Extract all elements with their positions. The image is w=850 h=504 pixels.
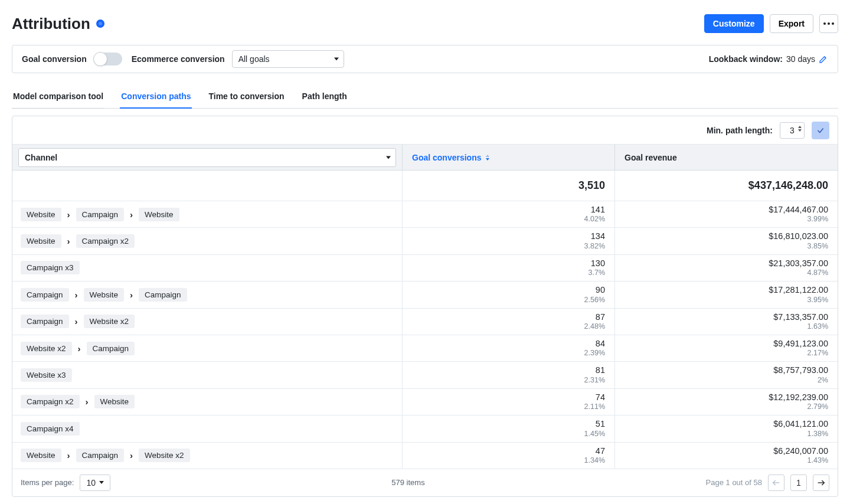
min-path-length-value: 3 [790, 126, 795, 135]
spinner-icon [798, 126, 802, 132]
chevron-right-icon: › [78, 343, 81, 354]
path-cell: Campaign›Website›Campaign [12, 282, 402, 307]
conv-pct: 1.45% [584, 430, 605, 438]
rev-value: $17,281,122.00 [769, 285, 828, 295]
path-chip: Campaign x3 [21, 261, 80, 274]
revenue-cell: $6,041,121.001.38% [614, 415, 838, 441]
conversions-cell: 812.31% [402, 362, 614, 388]
tab-conversion-paths[interactable]: Conversion paths [120, 91, 192, 108]
chevron-right-icon: › [130, 290, 133, 300]
tab-model-comparison[interactable]: Model comparison tool [12, 91, 104, 108]
rev-value: $21,303,357.00 [769, 258, 828, 269]
filter-bar: Goal conversion Ecommerce conversion All… [12, 45, 838, 73]
conv-pct: 4.02% [584, 215, 605, 224]
tab-time-to-conversion[interactable]: Time to conversion [207, 91, 285, 108]
edit-icon[interactable] [819, 54, 828, 64]
col-header-revenue-label: Goal revenue [625, 153, 677, 162]
rev-value: $6,240,007.00 [773, 446, 828, 456]
table-row: Website›Campaign x21343.82%$16,810,023.0… [12, 228, 838, 254]
table-row: Campaign›Website›Campaign902.56%$17,281,… [12, 282, 838, 308]
lookback-label: Lookback window: [709, 54, 783, 64]
items-per-page-select[interactable]: 10 [80, 474, 110, 491]
chevron-down-icon [334, 58, 339, 61]
info-badge-icon [96, 19, 104, 28]
path-chip: Campaign x2 [76, 234, 135, 248]
channel-column-select[interactable]: Channel [18, 148, 396, 167]
path-cell: Campaign›Website x2 [12, 309, 402, 335]
conv-pct: 1.34% [584, 456, 605, 465]
conv-pct: 2.48% [584, 322, 605, 331]
path-chip: Website [84, 288, 125, 302]
conversions-cell: 872.48% [402, 309, 614, 335]
table-row: Campaign x4511.45%$6,041,121.001.38% [12, 415, 838, 442]
path-cell: Website›Campaign›Website [12, 201, 402, 227]
next-page-button[interactable] [813, 474, 829, 491]
chevron-right-icon: › [67, 450, 70, 460]
table-row: Website x2›Campaign842.39%$9,491,123.002… [12, 335, 838, 362]
conversions-cell: 1414.02% [402, 201, 614, 227]
revenue-cell: $17,444,467.003.99% [614, 201, 838, 227]
path-chip: Website x2 [21, 342, 72, 355]
rev-pct: 3.99% [808, 215, 828, 224]
path-cell: Website›Campaign x2 [12, 228, 402, 254]
rev-pct: 1.63% [808, 322, 828, 331]
total-conversions: 3,510 [402, 171, 614, 201]
table-row: Website›Campaign›Website x2471.34%$6,240… [12, 443, 838, 469]
rev-value: $6,041,121.00 [773, 419, 828, 429]
rev-value: $8,757,793.00 [773, 365, 828, 375]
rev-value: $17,444,467.00 [769, 205, 828, 215]
path-chip: Campaign [21, 315, 69, 328]
prev-page-button[interactable] [768, 474, 784, 491]
conv-value: 87 [596, 312, 605, 322]
conversions-cell: 842.39% [402, 335, 614, 361]
tab-path-length[interactable]: Path length [301, 91, 348, 108]
rev-pct: 1.38% [808, 430, 828, 438]
results-panel: Min. path length: 3 Channel Goal convers… [12, 116, 838, 497]
lookback-window: Lookback window: 30 days [709, 54, 828, 64]
path-chip: Website [94, 395, 135, 408]
conversions-cell: 471.34% [402, 443, 614, 469]
customize-button[interactable]: Customize [704, 14, 764, 33]
current-page-value: 1 [796, 478, 801, 487]
conversion-toggle[interactable] [94, 53, 122, 66]
page-title: Attribution [12, 15, 90, 33]
table-row: Campaign x2›Website742.11%$12,192,239.00… [12, 389, 838, 415]
conv-value: 134 [591, 231, 605, 241]
conversions-cell: 902.56% [402, 282, 614, 307]
apply-min-path-button[interactable] [812, 122, 829, 139]
rev-pct: 3.85% [808, 242, 828, 251]
col-header-revenue[interactable]: Goal revenue [614, 145, 838, 171]
revenue-cell: $9,491,123.002.17% [614, 335, 838, 361]
path-chip: Campaign [76, 449, 125, 462]
path-cell: Website x3 [12, 362, 402, 388]
chevron-right-icon: › [67, 236, 70, 246]
conv-value: 51 [596, 419, 605, 429]
rev-pct: 2% [818, 376, 828, 385]
path-cell: Campaign x2›Website [12, 389, 402, 415]
table-row: Website›Campaign›Website1414.02%$17,444,… [12, 201, 838, 228]
conv-value: 90 [596, 285, 605, 295]
path-chip: Campaign x4 [21, 422, 80, 436]
rev-pct: 4.87% [808, 269, 828, 277]
sort-icon [486, 155, 489, 161]
goals-select[interactable]: All goals [232, 50, 344, 68]
rev-value: $16,810,023.00 [769, 231, 828, 241]
conv-value: 141 [591, 205, 605, 215]
rev-value: $9,491,123.00 [773, 339, 828, 349]
check-icon [816, 126, 825, 135]
path-cell: Website›Campaign›Website x2 [12, 443, 402, 469]
path-chip: Campaign x2 [21, 395, 80, 408]
more-menu-button[interactable] [819, 14, 838, 33]
min-path-length-input[interactable]: 3 [780, 122, 805, 139]
items-count: 579 items [110, 478, 705, 487]
export-button[interactable]: Export [770, 14, 813, 33]
lookback-value: 30 days [786, 54, 815, 64]
path-chip: Campaign [21, 288, 69, 302]
current-page-input[interactable]: 1 [790, 474, 807, 491]
revenue-cell: $12,192,239.002.79% [614, 389, 838, 415]
goal-conversion-label: Goal conversion [22, 54, 87, 64]
col-header-conversions[interactable]: Goal conversions [402, 145, 614, 171]
channel-select-value: Channel [25, 153, 57, 162]
revenue-cell: $6,240,007.001.43% [614, 443, 838, 469]
path-chip: Campaign [139, 288, 187, 302]
